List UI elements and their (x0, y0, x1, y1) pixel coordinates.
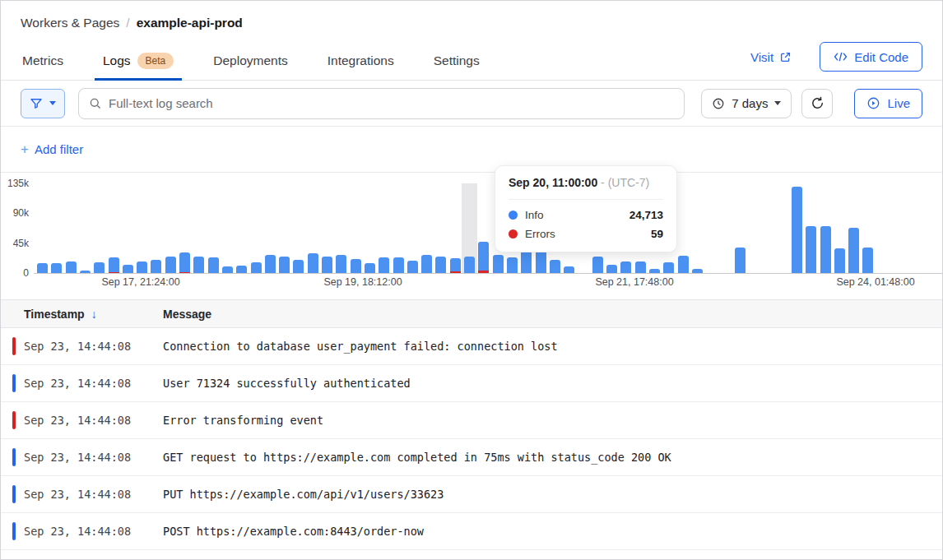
error-level-indicator (12, 411, 16, 429)
chart-bar[interactable] (564, 266, 574, 273)
tooltip-info-row: Info 24,713 (509, 209, 663, 221)
chart-bar[interactable] (635, 261, 646, 273)
chart-bar[interactable] (536, 249, 546, 273)
edit-code-button[interactable]: Edit Code (820, 42, 922, 72)
chart-bar[interactable] (407, 261, 418, 273)
chart-bar-hovered[interactable] (464, 257, 475, 273)
chart-bar[interactable] (123, 265, 133, 273)
chart-bar[interactable] (735, 248, 746, 273)
chart-bar[interactable] (678, 256, 689, 273)
log-table-row[interactable]: Sep 23, 14:44:08POST https://example.com… (1, 513, 942, 550)
log-table-row[interactable]: Sep 23, 14:44:08PUT https://example.com/… (1, 476, 942, 513)
log-table-row[interactable]: Sep 23, 14:44:08User 71324 successfully … (1, 365, 942, 402)
add-filter-button[interactable]: + Add filter (21, 141, 83, 158)
tab-integrations[interactable]: Integrations (326, 46, 396, 80)
workers-logs-page: Workers & Pages / example-api-prod Metri… (0, 0, 943, 560)
chart-bar[interactable] (179, 252, 190, 273)
breadcrumb: Workers & Pages / example-api-prod (1, 1, 942, 30)
chart-bar[interactable] (663, 262, 674, 273)
chart-bar[interactable] (279, 257, 290, 273)
chart-bar[interactable] (37, 263, 48, 273)
tab-settings[interactable]: Settings (432, 46, 481, 80)
chart-bar[interactable] (208, 257, 219, 273)
chart-bar[interactable] (592, 257, 603, 273)
chart-bar[interactable] (365, 263, 375, 273)
plus-icon: + (21, 141, 29, 158)
chart-bar[interactable] (265, 255, 276, 273)
add-filter-row: + Add filter (1, 127, 942, 173)
chart-bar[interactable] (222, 266, 233, 273)
chart-bar[interactable] (137, 261, 147, 273)
timestamp-header-label: Timestamp (24, 308, 85, 321)
breadcrumb-parent[interactable]: Workers & Pages (21, 16, 119, 30)
time-range-dropdown[interactable]: 7 days (701, 89, 792, 118)
log-message: Connection to database user_payment fail… (163, 340, 558, 353)
chart-bar[interactable] (336, 255, 346, 273)
chart-bar[interactable] (421, 255, 432, 273)
tooltip-info-value: 24,713 (629, 209, 663, 221)
chart-bar[interactable] (351, 259, 361, 273)
log-search-input[interactable] (109, 96, 674, 110)
chart-bar[interactable] (322, 257, 332, 273)
log-timestamp: Sep 23, 14:44:08 (1, 377, 163, 390)
chart-plot[interactable] (34, 183, 942, 273)
chart-bar[interactable] (848, 228, 859, 273)
chart-bar[interactable] (862, 248, 873, 273)
add-filter-label: Add filter (35, 142, 83, 156)
log-search-box[interactable] (78, 88, 685, 119)
info-level-indicator (12, 448, 16, 466)
log-table-row[interactable]: Sep 23, 14:44:08Error transforming event (1, 402, 942, 439)
chart-bar[interactable] (94, 262, 105, 273)
chart-bar[interactable] (251, 262, 262, 273)
chart-bar[interactable] (450, 258, 461, 273)
chart-tooltip: Sep 20, 11:00:00 - (UTC-7) Info 24,713 E… (495, 165, 677, 252)
chart-bar[interactable] (550, 260, 560, 273)
tab-deployments[interactable]: Deployments (211, 46, 289, 80)
sort-descending-icon[interactable]: ↓ (91, 308, 97, 321)
chart-bar[interactable] (606, 265, 617, 273)
log-timestamp: Sep 23, 14:44:08 (1, 451, 163, 464)
tab-logs[interactable]: Logs Beta (101, 46, 175, 80)
tab-bar: Metrics Logs Beta Deployments Integratio… (1, 30, 942, 81)
chart-bar[interactable] (507, 257, 518, 273)
tooltip-timezone-text: - (UTC-7) (601, 176, 649, 189)
tab-metrics[interactable]: Metrics (21, 46, 65, 80)
refresh-button[interactable] (801, 89, 833, 118)
chart-bar[interactable] (435, 257, 446, 273)
chart-bar[interactable] (109, 257, 119, 273)
log-table-row[interactable]: Sep 23, 14:44:08Connection to database u… (1, 328, 942, 365)
chart-bar[interactable] (293, 260, 304, 273)
chart-bar[interactable] (478, 242, 489, 273)
chart-y-axis: 135k90k45k0 (1, 183, 29, 274)
chart-bar[interactable] (51, 263, 62, 273)
log-rows: Sep 23, 14:44:08Connection to database u… (1, 328, 942, 550)
chart-bar[interactable] (806, 226, 816, 273)
chart-bar[interactable] (792, 187, 802, 273)
chart-bar[interactable] (393, 257, 404, 273)
chart-bar[interactable] (521, 251, 532, 273)
visit-link[interactable]: Visit (750, 50, 792, 64)
chart-bar[interactable] (493, 255, 504, 273)
chart-bar[interactable] (236, 266, 247, 273)
tab-settings-label: Settings (434, 53, 480, 68)
info-level-indicator (12, 485, 16, 503)
tooltip-timezone: - (UTC-7) (601, 176, 649, 189)
chart-bar[interactable] (379, 257, 389, 273)
message-column-header[interactable]: Message (163, 308, 211, 321)
chart-bar[interactable] (165, 257, 176, 273)
y-tick-label: 0 (23, 267, 29, 279)
chart-bar[interactable] (66, 261, 77, 273)
chart-bar[interactable] (308, 253, 318, 273)
chart-bar[interactable] (620, 261, 631, 273)
timestamp-column-header[interactable]: Timestamp ↓ (1, 308, 163, 321)
log-table-row[interactable]: Sep 23, 14:44:08GET request to https://e… (1, 439, 942, 476)
x-tick-label: Sep 19, 18:12:00 (323, 276, 402, 288)
chart-bar[interactable] (834, 248, 845, 273)
chart-baseline (34, 273, 942, 274)
chart-bar[interactable] (151, 260, 161, 273)
chart-bar[interactable] (193, 257, 204, 273)
filter-menu-button[interactable] (21, 89, 65, 118)
log-timestamp: Sep 23, 14:44:08 (1, 340, 163, 353)
live-button[interactable]: Live (854, 89, 922, 118)
chart-bar[interactable] (820, 226, 831, 273)
